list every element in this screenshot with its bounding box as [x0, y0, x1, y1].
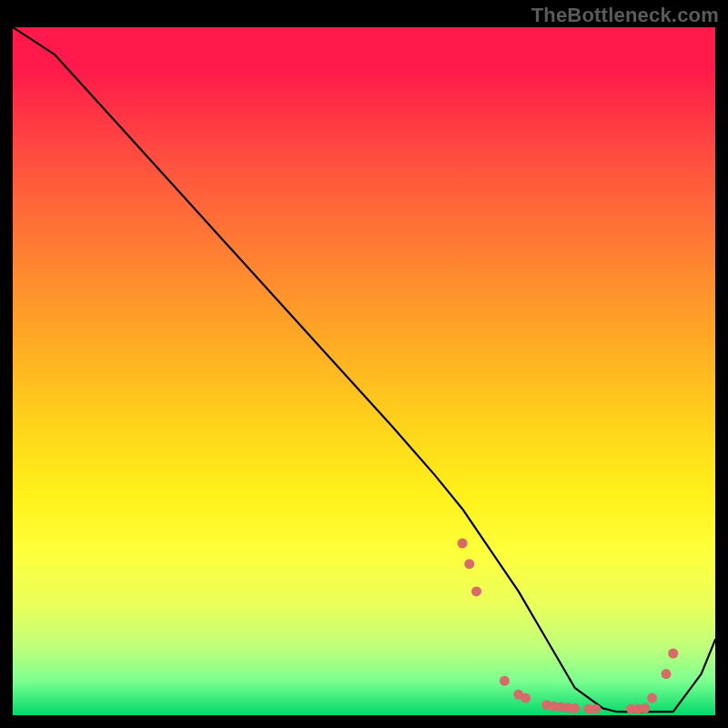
plot-background: [13, 27, 715, 715]
chart-frame: TheBottleneck.com: [0, 0, 728, 728]
watermark-text: TheBottleneck.com: [531, 4, 719, 27]
